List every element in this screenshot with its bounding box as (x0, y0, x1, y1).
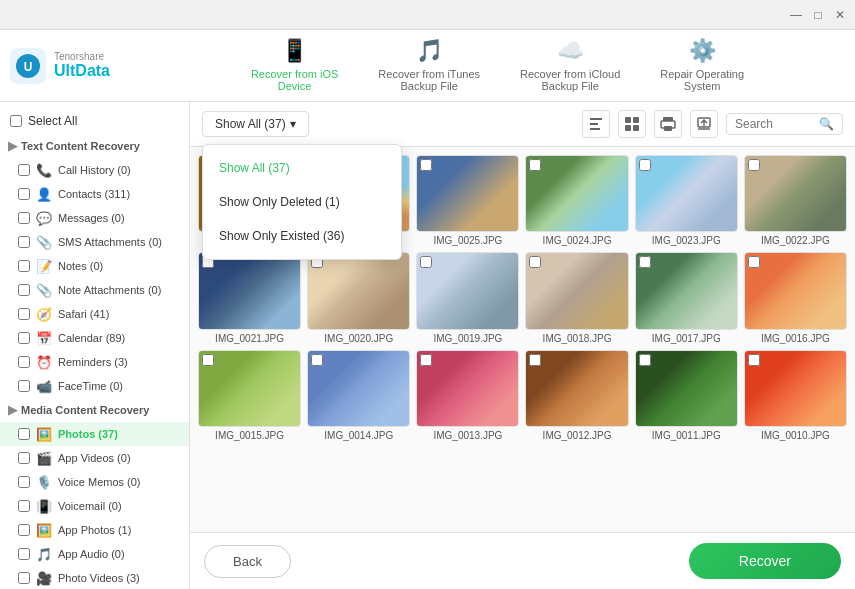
photo-checkbox[interactable] (420, 354, 432, 366)
photo-checkbox[interactable] (202, 354, 214, 366)
nav-item-ios[interactable]: 📱 Recover from iOS Device (231, 28, 358, 104)
app-audio-checkbox[interactable] (18, 548, 30, 560)
photo-label: IMG_0021.JPG (198, 333, 301, 344)
show-all-button[interactable]: Show All (37) ▾ (202, 111, 309, 137)
sidebar-item-sms-attachments[interactable]: 📎 SMS Attachments (0) (0, 230, 189, 254)
photo-checkbox[interactable] (639, 159, 651, 171)
photo-checkbox[interactable] (420, 159, 432, 171)
app-videos-checkbox[interactable] (18, 452, 30, 464)
facetime-checkbox[interactable] (18, 380, 30, 392)
photo-item-img_0020[interactable]: IMG_0020.JPG (307, 252, 410, 343)
dropdown-item-all[interactable]: Show All (37) (203, 151, 401, 185)
photo-thumb-inner (526, 156, 627, 231)
photo-checkbox[interactable] (748, 354, 760, 366)
sidebar-item-photos[interactable]: 🖼️ Photos (37) (0, 422, 189, 446)
note-attach-checkbox[interactable] (18, 284, 30, 296)
photo-checkbox[interactable] (639, 256, 651, 268)
calendar-label: Calendar (89) (58, 332, 181, 344)
search-input[interactable] (735, 117, 815, 131)
photo-checkbox[interactable] (529, 159, 541, 171)
voicemail-label: Voicemail (0) (58, 500, 181, 512)
export2-button[interactable] (690, 110, 718, 138)
photo-item-img_0012[interactable]: IMG_0012.JPG (525, 350, 628, 441)
maximize-button[interactable]: □ (811, 8, 825, 22)
dropdown-item-deleted[interactable]: Show Only Deleted (1) (203, 185, 401, 219)
section-media-header[interactable]: ▶ Media Content Recovery (0, 398, 189, 422)
photo-item-img_0023[interactable]: IMG_0023.JPG (635, 155, 738, 246)
dropdown-item-existed[interactable]: Show Only Existed (36) (203, 219, 401, 253)
sidebar-item-photo-videos[interactable]: 🎥 Photo Videos (3) (0, 566, 189, 589)
sidebar-item-app-audio[interactable]: 🎵 App Audio (0) (0, 542, 189, 566)
photo-thumb (525, 252, 628, 329)
recover-button[interactable]: Recover (689, 543, 841, 579)
nav-item-repair[interactable]: ⚙️ Repair Operating System (640, 28, 764, 104)
photo-checkbox[interactable] (529, 256, 541, 268)
calendar-checkbox[interactable] (18, 332, 30, 344)
photo-item-img_0015[interactable]: IMG_0015.JPG (198, 350, 301, 441)
voice-memos-checkbox[interactable] (18, 476, 30, 488)
reminders-checkbox[interactable] (18, 356, 30, 368)
print-button[interactable] (654, 110, 682, 138)
photos-checkbox[interactable] (18, 428, 30, 440)
photo-item-img_0014[interactable]: IMG_0014.JPG (307, 350, 410, 441)
photo-item-img_0019[interactable]: IMG_0019.JPG (416, 252, 519, 343)
photo-item-img_0013[interactable]: IMG_0013.JPG (416, 350, 519, 441)
minimize-button[interactable]: — (789, 8, 803, 22)
photo-checkbox[interactable] (311, 354, 323, 366)
safari-checkbox[interactable] (18, 308, 30, 320)
notes-checkbox[interactable] (18, 260, 30, 272)
photo-videos-checkbox[interactable] (18, 572, 30, 584)
sidebar-item-voicemail[interactable]: 📳 Voicemail (0) (0, 494, 189, 518)
sidebar-item-facetime[interactable]: 📹 FaceTime (0) (0, 374, 189, 398)
sidebar-item-messages[interactable]: 💬 Messages (0) (0, 206, 189, 230)
voice-memos-label: Voice Memos (0) (58, 476, 181, 488)
messages-checkbox[interactable] (18, 212, 30, 224)
photo-thumb (635, 155, 738, 232)
sidebar-item-calendar[interactable]: 📅 Calendar (89) (0, 326, 189, 350)
sidebar-item-call-history[interactable]: 📞 Call History (0) (0, 158, 189, 182)
sidebar-item-safari[interactable]: 🧭 Safari (41) (0, 302, 189, 326)
back-button[interactable]: Back (204, 545, 291, 578)
contacts-label: Contacts (311) (58, 188, 181, 200)
grid-view-button[interactable] (618, 110, 646, 138)
sidebar-item-contacts[interactable]: 👤 Contacts (311) (0, 182, 189, 206)
photo-item-img_0024[interactable]: IMG_0024.JPG (525, 155, 628, 246)
photo-item-img_0022[interactable]: IMG_0022.JPG (744, 155, 847, 246)
photo-checkbox[interactable] (639, 354, 651, 366)
photo-item-img_0018[interactable]: IMG_0018.JPG (525, 252, 628, 343)
close-button[interactable]: ✕ (833, 8, 847, 22)
sms-attach-checkbox[interactable] (18, 236, 30, 248)
safari-icon: 🧭 (36, 306, 52, 322)
photo-checkbox[interactable] (420, 256, 432, 268)
photo-checkbox[interactable] (748, 256, 760, 268)
sidebar-item-note-attachments[interactable]: 📎 Note Attachments (0) (0, 278, 189, 302)
photo-item-img_0011[interactable]: IMG_0011.JPG (635, 350, 738, 441)
photo-item-img_0021[interactable]: IMG_0021.JPG (198, 252, 301, 343)
contacts-checkbox[interactable] (18, 188, 30, 200)
export-button[interactable] (582, 110, 610, 138)
photo-item-img_0016[interactable]: IMG_0016.JPG (744, 252, 847, 343)
nav-item-itunes[interactable]: 🎵 Recover from iTunes Backup File (358, 28, 500, 104)
photos-label: Photos (37) (58, 428, 181, 440)
select-all-checkbox[interactable] (10, 115, 22, 127)
sidebar-item-notes[interactable]: 📝 Notes (0) (0, 254, 189, 278)
section-text-header[interactable]: ▶ Text Content Recovery (0, 134, 189, 158)
photo-item-img_0017[interactable]: IMG_0017.JPG (635, 252, 738, 343)
app-photos-checkbox[interactable] (18, 524, 30, 536)
bottom-bar: Back Recover (190, 532, 855, 589)
sidebar-item-voice-memos[interactable]: 🎙️ Voice Memos (0) (0, 470, 189, 494)
call-history-checkbox[interactable] (18, 164, 30, 176)
photo-item-img_0025[interactable]: IMG_0025.JPG (416, 155, 519, 246)
photo-thumb (198, 350, 301, 427)
svg-rect-2 (590, 118, 602, 120)
nav-item-icloud[interactable]: ☁️ Recover from iCloud Backup File (500, 28, 640, 104)
voicemail-checkbox[interactable] (18, 500, 30, 512)
sidebar-item-app-photos[interactable]: 🖼️ App Photos (1) (0, 518, 189, 542)
photo-checkbox[interactable] (529, 354, 541, 366)
select-all-row[interactable]: Select All (0, 108, 189, 134)
sidebar-item-app-videos[interactable]: 🎬 App Videos (0) (0, 446, 189, 470)
photo-label: IMG_0016.JPG (744, 333, 847, 344)
photo-item-img_0010[interactable]: IMG_0010.JPG (744, 350, 847, 441)
photo-checkbox[interactable] (748, 159, 760, 171)
sidebar-item-reminders[interactable]: ⏰ Reminders (3) (0, 350, 189, 374)
